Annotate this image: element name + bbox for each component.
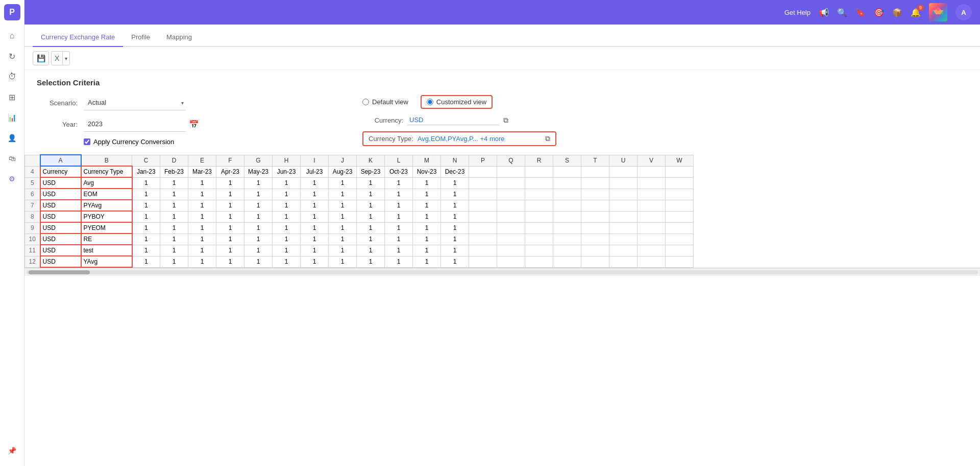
value-cell[interactable]: 1 — [273, 200, 301, 211]
value-cell[interactable]: 1 — [244, 256, 273, 267]
app-logo-colorful[interactable] — [929, 3, 947, 21]
value-cell[interactable]: 1 — [273, 177, 301, 189]
value-cell[interactable]: 1 — [244, 234, 273, 245]
value-cell[interactable]: 1 — [357, 222, 385, 234]
pin-icon[interactable]: 📌 — [3, 441, 21, 460]
col-header-s[interactable]: S — [553, 155, 581, 166]
sidebar-item-home[interactable]: ⌂ — [3, 27, 21, 45]
header-currency-cell[interactable]: Currency — [40, 166, 81, 177]
currency-type-cell[interactable]: RE — [81, 234, 132, 245]
header-jun-cell[interactable]: Jun-23 — [273, 166, 301, 177]
value-cell[interactable]: 1 — [188, 245, 216, 256]
default-view-radio[interactable] — [362, 99, 369, 105]
value-cell[interactable]: 1 — [188, 234, 216, 245]
value-cell[interactable]: 1 — [244, 222, 273, 234]
value-cell[interactable]: 1 — [132, 189, 160, 200]
value-cell[interactable]: 1 — [385, 245, 413, 256]
value-cell[interactable]: 1 — [441, 189, 469, 200]
value-cell[interactable]: 1 — [216, 234, 244, 245]
col-header-h[interactable]: H — [273, 155, 301, 166]
value-cell[interactable]: 1 — [329, 256, 357, 267]
value-cell[interactable]: 1 — [413, 256, 441, 267]
value-cell[interactable]: 1 — [441, 177, 469, 189]
col-header-p[interactable]: P — [469, 155, 497, 166]
value-cell[interactable]: 1 — [188, 256, 216, 267]
value-cell[interactable]: 1 — [301, 222, 329, 234]
value-cell[interactable]: 1 — [301, 200, 329, 211]
col-header-n[interactable]: N — [441, 155, 469, 166]
header-nov-cell[interactable]: Nov-23 — [413, 166, 441, 177]
value-cell[interactable]: 1 — [132, 256, 160, 267]
value-cell[interactable]: 1 — [385, 256, 413, 267]
value-cell[interactable]: 1 — [385, 189, 413, 200]
currency-type-cell[interactable]: test — [81, 245, 132, 256]
col-header-w[interactable]: W — [666, 155, 694, 166]
value-cell[interactable]: 1 — [160, 189, 188, 200]
search-icon[interactable]: 🔍 — [837, 8, 847, 17]
header-sep-cell[interactable]: Sep-23 — [357, 166, 385, 177]
value-cell[interactable]: 1 — [329, 200, 357, 211]
header-apr-cell[interactable]: Apr-23 — [216, 166, 244, 177]
currency-type-cell[interactable]: PYBOY — [81, 211, 132, 222]
value-cell[interactable]: 1 — [301, 189, 329, 200]
value-cell[interactable]: 1 — [188, 189, 216, 200]
value-cell[interactable]: 1 — [244, 200, 273, 211]
value-cell[interactable]: 1 — [132, 245, 160, 256]
save-button[interactable]: 💾 — [33, 51, 49, 65]
value-cell[interactable]: 1 — [301, 256, 329, 267]
value-cell[interactable]: 1 — [216, 189, 244, 200]
value-cell[interactable]: 1 — [216, 245, 244, 256]
value-cell[interactable]: 1 — [329, 245, 357, 256]
value-cell[interactable]: 1 — [160, 256, 188, 267]
customized-view-option[interactable]: Customized view — [427, 98, 486, 106]
header-currency-type-cell[interactable]: Currency Type — [81, 166, 132, 177]
currency-cell[interactable]: USD — [40, 211, 81, 222]
bell-icon[interactable]: 🔔 9 — [911, 8, 921, 17]
value-cell[interactable]: 1 — [132, 234, 160, 245]
default-view-option[interactable]: Default view — [362, 98, 408, 106]
sidebar-item-settings[interactable]: ⚙ — [3, 170, 21, 188]
col-header-f[interactable]: F — [216, 155, 244, 166]
value-cell[interactable]: 1 — [301, 211, 329, 222]
header-mar-cell[interactable]: Mar-23 — [188, 166, 216, 177]
col-header-k[interactable]: K — [357, 155, 385, 166]
sidebar-item-reports[interactable]: 📊 — [3, 108, 21, 127]
value-cell[interactable]: 1 — [413, 245, 441, 256]
value-cell[interactable]: 1 — [329, 189, 357, 200]
sidebar-item-grid[interactable]: ⊞ — [3, 88, 21, 106]
header-jul-cell[interactable]: Jul-23 — [301, 166, 329, 177]
cube-icon[interactable]: 📦 — [892, 8, 902, 17]
col-header-c[interactable]: C — [132, 155, 160, 166]
col-header-u[interactable]: U — [609, 155, 638, 166]
value-cell[interactable]: 1 — [132, 177, 160, 189]
sidebar-item-history[interactable]: ⏱ — [3, 67, 21, 86]
value-cell[interactable]: 1 — [244, 245, 273, 256]
value-cell[interactable]: 1 — [385, 211, 413, 222]
value-cell[interactable]: 1 — [441, 211, 469, 222]
bookmark-icon[interactable]: 🔖 — [855, 8, 866, 17]
value-cell[interactable]: 1 — [160, 245, 188, 256]
value-cell[interactable]: 1 — [273, 245, 301, 256]
value-cell[interactable]: 1 — [301, 245, 329, 256]
currency-cell[interactable]: USD — [40, 200, 81, 211]
header-feb-cell[interactable]: Feb-23 — [160, 166, 188, 177]
value-cell[interactable]: 1 — [188, 177, 216, 189]
value-cell[interactable]: 1 — [188, 200, 216, 211]
get-help-button[interactable]: Get Help — [785, 9, 811, 16]
value-cell[interactable]: 1 — [216, 211, 244, 222]
value-cell[interactable]: 1 — [357, 189, 385, 200]
currency-cell[interactable]: USD — [40, 189, 81, 200]
value-cell[interactable]: 1 — [160, 234, 188, 245]
currency-cell[interactable]: USD — [40, 256, 81, 267]
value-cell[interactable]: 1 — [413, 222, 441, 234]
value-cell[interactable]: 1 — [413, 189, 441, 200]
value-cell[interactable]: 1 — [441, 256, 469, 267]
currency-type-cell[interactable]: PYAvg — [81, 200, 132, 211]
header-may-cell[interactable]: May-23 — [244, 166, 273, 177]
value-cell[interactable]: 1 — [273, 234, 301, 245]
tab-currency-exchange-rate[interactable]: Currency Exchange Rate — [33, 28, 123, 47]
value-cell[interactable]: 1 — [385, 200, 413, 211]
value-cell[interactable]: 1 — [244, 189, 273, 200]
currency-type-external-link-icon[interactable]: ⧉ — [545, 134, 550, 143]
scenario-select[interactable]: Actual — [84, 95, 186, 110]
